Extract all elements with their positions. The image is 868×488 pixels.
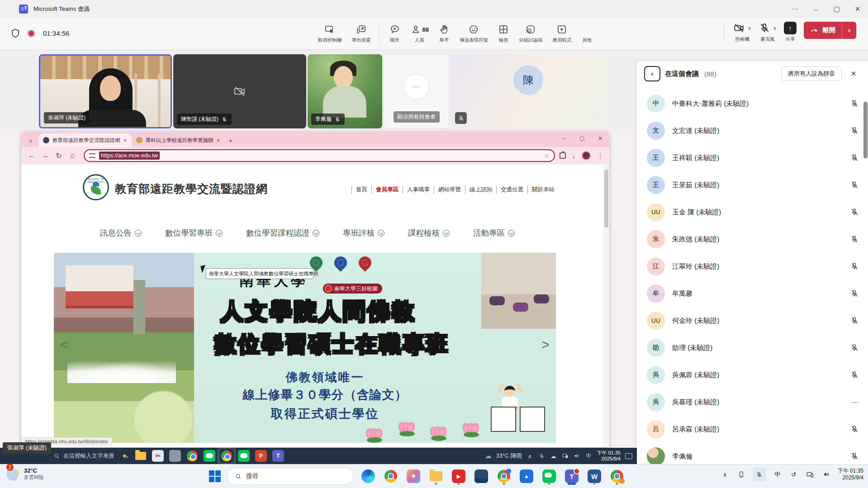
browser-close-button[interactable]: ✕ (591, 132, 609, 145)
participant-action[interactable]: ⋯ (850, 262, 859, 271)
mute-all-button[interactable]: 將所有人設為靜音 (781, 66, 842, 81)
chrome-icon[interactable] (383, 468, 399, 485)
participant-action[interactable]: ⋯ (850, 452, 859, 461)
participant-row[interactable]: 牟 牟萬馨 ⋯ (637, 280, 868, 307)
nav-item[interactable]: 數位學習專班 (165, 227, 223, 238)
speaker-icon[interactable] (821, 468, 831, 481)
ime-indicator[interactable]: 中 (585, 452, 592, 460)
carousel-next-button[interactable]: > (541, 337, 550, 352)
nav-item[interactable]: 數位學習課程認證 (246, 227, 319, 238)
participant-row[interactable]: 王 王祥穎 (未驗證) ⋯ (637, 144, 868, 171)
top-link[interactable]: 關於本站 (527, 186, 559, 194)
browser-tab-active[interactable]: 教育部遠距教學交流暨認證網 ✕ (38, 133, 132, 147)
carousel-prev-button[interactable]: < (60, 337, 68, 352)
participant-row[interactable]: 李佩倫 ⋯ (637, 443, 868, 464)
video-tile-active-speaker[interactable]: 張淑萍 (未驗證) (39, 54, 172, 128)
mic-chevron-icon[interactable]: ∨ (773, 25, 777, 31)
taskbar-search[interactable]: 搜尋 (227, 468, 354, 485)
snipping-tool-icon[interactable]: ✄ (152, 450, 164, 462)
tab-close-icon[interactable]: ✕ (216, 138, 220, 143)
line-app-icon[interactable] (541, 468, 557, 485)
camera-chevron-icon[interactable]: ∨ (748, 25, 751, 31)
titlebar-more-button[interactable]: ⋯ (785, 0, 806, 18)
minimize-button[interactable]: – (806, 0, 826, 18)
nav-item[interactable]: 活動專區 (473, 227, 515, 238)
browser-menu-icon[interactable]: ⋮ (597, 152, 604, 160)
top-link[interactable]: 首頁 (351, 186, 371, 194)
extensions-icon[interactable] (560, 152, 566, 159)
video-tile-avatar[interactable]: 陳 (451, 54, 606, 128)
sync-icon[interactable]: ↺ (789, 468, 799, 481)
toolbar-button[interactable]: 88 人員 (407, 22, 432, 45)
forward-button[interactable]: → (38, 149, 52, 162)
maximize-button[interactable]: ▢ (826, 0, 847, 18)
edge-icon[interactable] (360, 468, 376, 485)
participant-action[interactable]: ⋯ (850, 316, 859, 325)
toolbar-button[interactable]: 聊天 (386, 22, 404, 45)
site-settings-icon[interactable] (89, 153, 95, 158)
taskbar-clock[interactable]: 下午 01:35 2025/9/4 (838, 468, 863, 481)
top-link[interactable]: 線上諮詢 (465, 186, 496, 194)
phone-link-icon[interactable] (736, 468, 746, 481)
participant-action[interactable]: ⋯ (850, 126, 859, 135)
participant-action[interactable]: ⋯ (850, 235, 859, 244)
copilot-icon[interactable]: ✦ (405, 468, 422, 485)
presenter-clock[interactable]: 下午 01:35 2025/9/4 (597, 450, 621, 462)
participant-action[interactable]: ⋯ (850, 343, 859, 352)
bookmark-star-icon[interactable]: ☆ (544, 152, 550, 159)
top-link[interactable]: 網站導覽 (434, 186, 465, 194)
tray-speaker-icon[interactable] (573, 452, 580, 460)
photos-icon[interactable]: ▲ (518, 468, 535, 485)
close-button[interactable]: ✕ (847, 0, 868, 18)
teams-icon[interactable]: T (272, 450, 284, 462)
nav-item[interactable]: 訊息公告 (100, 227, 142, 238)
participant-row[interactable]: 吳 吳佩蓉 (未驗證) ⋯ (637, 361, 868, 389)
tray-chevron-icon[interactable]: ∧ (526, 452, 533, 460)
browser-maximize-button[interactable]: ▢ (573, 132, 591, 145)
participant-row[interactable]: 吳 吳慕瑾 (未驗證) ⋯ (637, 389, 868, 416)
toolbar-button[interactable]: 檢視 (494, 22, 512, 45)
chrome-profile-icon[interactable] (496, 468, 512, 485)
camera-button[interactable]: ∨ 照相機 (733, 22, 751, 43)
nav-item[interactable]: 專班評核 (343, 227, 384, 238)
copilot-icon[interactable]: ✦ (122, 452, 128, 460)
page-scrollbar[interactable] (603, 164, 609, 447)
presenter-weather[interactable]: 33°C 陣雨 (496, 452, 522, 460)
start-button[interactable] (209, 470, 221, 482)
leave-options-chevron[interactable]: ∨ (842, 22, 856, 39)
participant-action[interactable]: ⋯ (851, 398, 859, 407)
top-link[interactable]: 人事職掌 (403, 186, 434, 194)
nav-item[interactable]: 課程檢核 (408, 227, 450, 238)
top-link[interactable]: 會員專區 (371, 186, 403, 194)
participant-row[interactable]: 江 江翠玲 (未驗證) ⋯ (637, 253, 868, 280)
chrome-app-icon[interactable] (609, 468, 625, 485)
new-tab-button[interactable]: + (225, 134, 237, 146)
participant-row[interactable]: 呂 呂承霖 (未驗證) ⋯ (637, 416, 868, 443)
leave-button[interactable]: 離開 ∨ (804, 22, 856, 39)
file-explorer-icon[interactable] (135, 450, 147, 462)
reload-button[interactable]: ↻ (52, 149, 66, 162)
toolbar-button[interactable]: 彈出視窗 (348, 22, 379, 45)
device-app-icon[interactable] (473, 468, 489, 485)
ime-indicator[interactable]: 中 (773, 468, 783, 481)
toolbar-button[interactable]: 其他 (578, 22, 596, 45)
chrome-icon[interactable] (186, 450, 198, 462)
tab-search-button[interactable]: ∨ (25, 135, 37, 146)
participant-action[interactable]: ⋯ (850, 370, 859, 379)
participant-row[interactable]: 中 中臺科大-蕭雅莉 (未驗證) ⋯ (637, 90, 868, 117)
tray-cloud-icon[interactable]: ☁ (550, 452, 557, 460)
scrollbar-thumb[interactable] (604, 170, 608, 227)
participant-action[interactable]: ⋯ (850, 289, 859, 298)
panel-back-button[interactable]: ‹ (644, 66, 660, 81)
tray-mic-off-icon[interactable] (753, 468, 766, 481)
tray-chat-icon[interactable] (625, 453, 632, 459)
tray-chevron-icon[interactable]: ∧ (720, 468, 730, 481)
participant-action[interactable]: ⋯ (850, 99, 859, 108)
cast-monitor-icon[interactable] (805, 468, 815, 481)
url-text[interactable]: https://ace.moe.edu.tw (99, 152, 160, 160)
chrome-active-icon[interactable] (221, 450, 232, 462)
youtube-icon[interactable]: ▶ (451, 468, 467, 485)
notebook-app-icon[interactable] (169, 450, 181, 462)
tray-mic-icon[interactable] (538, 452, 545, 460)
panel-scrollbar-thumb[interactable] (863, 102, 868, 158)
